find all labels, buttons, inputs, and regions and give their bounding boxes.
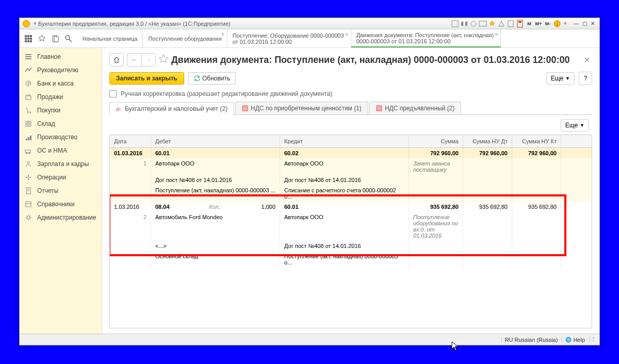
table-row[interactable]: 2 Автомобиль Ford Mondeo Автопарк ООО По… xyxy=(110,212,592,241)
table-row[interactable]: 1 Автопарк ООО Автопарк ООО Зачет аванса… xyxy=(110,158,592,175)
help-button[interactable]: ? xyxy=(579,72,592,85)
info-dropdown[interactable]: ▾ xyxy=(562,20,568,27)
manual-edit-checkbox[interactable] xyxy=(109,90,117,97)
sidebar-item-reports[interactable]: Отчеты xyxy=(20,184,102,197)
table-row[interactable]: <...> Дог пост №408 от 14.01.2016 xyxy=(110,241,592,251)
col-sum[interactable]: Сумма xyxy=(409,135,463,147)
tab-close-icon[interactable]: ✕ xyxy=(494,31,498,37)
info-icon[interactable]: i xyxy=(553,20,561,27)
sidebar-label: Главное xyxy=(37,53,61,60)
subtab-vat-presented[interactable]: НДС предъявленный (2) xyxy=(369,102,461,114)
tab-close-icon[interactable]: ✕ xyxy=(345,31,349,37)
svg-rect-17 xyxy=(27,40,29,42)
sidebar-item-refs[interactable]: Справочники xyxy=(20,197,102,211)
tb-icon-5[interactable] xyxy=(497,20,506,27)
sidebar-item-manager[interactable]: Руководителю xyxy=(20,63,102,77)
status-help[interactable]: ?Help xyxy=(562,337,585,343)
tab-start[interactable]: Начальная страница xyxy=(77,29,143,47)
grid-more-button[interactable]: Еще ▼ xyxy=(561,119,589,131)
status-resize[interactable]: ⋮ xyxy=(589,336,596,343)
svg-point-39 xyxy=(26,153,28,154)
tab-receipt[interactable]: Поступление: Оборудование 0000-000003 от… xyxy=(227,29,351,47)
sidebar-label: Зарплата и кадры xyxy=(37,160,89,168)
tab-movements[interactable]: Движения документа: Поступление (акт, на… xyxy=(351,29,501,47)
svg-rect-10 xyxy=(25,35,27,37)
col-debit[interactable]: Дебет xyxy=(151,135,280,147)
history-icon[interactable] xyxy=(48,30,62,47)
sidebar-label: Отчеты xyxy=(37,187,58,194)
sidebar-item-main[interactable]: Главное xyxy=(20,50,102,63)
svg-rect-1 xyxy=(461,22,463,26)
svg-rect-35 xyxy=(26,139,27,140)
favorite-toggle[interactable] xyxy=(159,54,168,65)
zoom-m[interactable]: M xyxy=(525,20,533,27)
col-date[interactable]: Дата xyxy=(110,135,151,147)
sidebar-item-stock[interactable]: Склад xyxy=(20,117,102,130)
more-button[interactable]: Еще ▼ xyxy=(546,72,575,85)
svg-text:?: ? xyxy=(567,338,570,342)
window-minimize[interactable]: — xyxy=(573,21,580,27)
tb-icon-4[interactable] xyxy=(479,20,487,27)
back-button[interactable]: ← xyxy=(127,53,141,67)
window-close[interactable]: ✕ xyxy=(589,21,596,27)
svg-rect-50 xyxy=(377,106,382,111)
tab-subtitle: 0000-000003 от 01.03.2016 12:00:00 xyxy=(356,38,495,44)
sidebar-item-admin[interactable]: Администрирование xyxy=(20,211,102,224)
save-close-button[interactable]: Записать и закрыть xyxy=(109,72,184,85)
svg-rect-13 xyxy=(25,38,27,40)
tb-icon-2[interactable] xyxy=(460,20,468,27)
subtab-vat-acquired[interactable]: НДС по приобретенным ценностям (1) xyxy=(235,102,368,114)
svg-text:i: i xyxy=(557,22,558,27)
sidebar-label: Руководителю xyxy=(37,67,78,74)
status-lang[interactable]: RU Russian (Russia) xyxy=(501,337,558,343)
app-menu-dropdown[interactable]: ▾ xyxy=(32,20,38,27)
svg-rect-14 xyxy=(27,38,29,40)
table-row[interactable]: Основной склад Поступление (акт, накладн… xyxy=(110,251,592,268)
window-maximize[interactable]: ▢ xyxy=(581,21,588,27)
table-row[interactable]: Поступление (акт, накладная) 0000-000003… xyxy=(110,185,592,202)
forward-button[interactable]: → xyxy=(141,53,156,67)
sidebar-item-operations[interactable]: Операции xyxy=(20,171,102,184)
zoom-mplus[interactable]: M+ xyxy=(534,20,543,27)
svg-rect-12 xyxy=(30,35,32,37)
tb-icon-calc[interactable] xyxy=(516,20,524,27)
sidebar-item-purchases[interactable]: Покупки xyxy=(20,104,102,117)
apps-icon[interactable] xyxy=(22,30,35,47)
col-credit[interactable]: Кредит xyxy=(280,135,409,147)
close-document[interactable]: ✕ xyxy=(582,56,592,64)
svg-rect-31 xyxy=(26,121,28,123)
svg-point-40 xyxy=(29,153,30,154)
sidebar-item-bank[interactable]: ₽Банк и касса xyxy=(20,77,102,90)
col-sumdt[interactable]: Сумма НУ Дт xyxy=(463,135,512,147)
tb-icon-1[interactable] xyxy=(451,20,459,27)
tab-close-icon[interactable]: ✕ xyxy=(221,31,225,37)
refresh-button[interactable]: Обновить xyxy=(188,72,236,85)
sidebar-item-salary[interactable]: Зарплата и кадры xyxy=(20,157,102,171)
favorite-icon[interactable] xyxy=(488,20,496,27)
zoom-mminus[interactable]: M- xyxy=(544,20,552,27)
sidebar-label: Банк и касса xyxy=(37,80,74,87)
sidebar-label: ОС и НМА xyxy=(37,147,67,154)
sidebar-item-sales[interactable]: Продажи xyxy=(20,90,102,104)
sidebar-item-assets[interactable]: ОС и НМА xyxy=(20,144,102,157)
sidebar-item-production[interactable]: Производство xyxy=(20,130,102,144)
subtab-accounting[interactable]: Дт Бухгалтерский и налоговый учет (2) xyxy=(109,102,234,115)
table-row[interactable]: 1.03.2016 08.04 Кол.: 1,000 60.01 935 69… xyxy=(110,202,592,212)
svg-rect-36 xyxy=(28,137,29,140)
search-icon[interactable] xyxy=(62,30,75,47)
home-button[interactable] xyxy=(109,53,124,67)
table-row[interactable]: 01.03.2016 60.01 60.02 792 960,00 792 96… xyxy=(110,148,592,158)
svg-rect-45 xyxy=(26,202,31,207)
tab-equipment[interactable]: Поступление оборудования ✕ xyxy=(143,29,227,47)
sidebar-label: Производство xyxy=(37,134,77,141)
star-icon[interactable] xyxy=(35,30,48,47)
app-window: ▾ Бухгалтерия предприятия, редакция 3.0 … xyxy=(19,18,600,345)
window-title: Бухгалтерия предприятия, редакция 3.0 / … xyxy=(38,21,231,27)
table-row[interactable]: Дог пост №408 от 14.01.2016 Дог пост №40… xyxy=(110,175,592,185)
svg-rect-34 xyxy=(29,124,31,126)
tb-icon-3[interactable] xyxy=(469,20,478,27)
grid-header: Дата Дебет Кредит Сумма Сумма НУ Дт Сумм… xyxy=(110,135,592,148)
sidebar-label: Склад xyxy=(37,120,55,127)
col-sumkt[interactable]: Сумма НУ Кт xyxy=(512,135,561,147)
tb-icon-6[interactable] xyxy=(507,20,515,27)
